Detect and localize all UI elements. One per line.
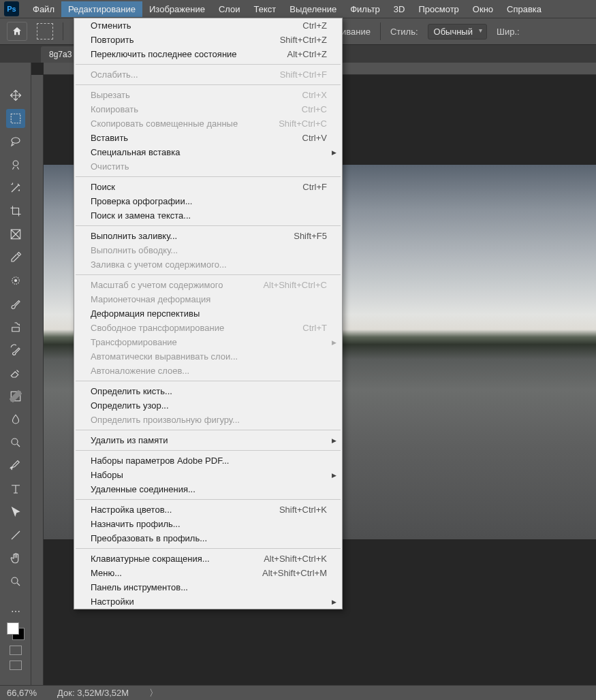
menu-3d[interactable]: 3D (387, 1, 412, 17)
menu-item[interactable]: Настройка цветов...Shift+Ctrl+K (74, 503, 342, 517)
menu-выделение[interactable]: Выделение (283, 1, 343, 17)
menu-справка[interactable]: Справка (500, 1, 548, 17)
menu-item: Скопировать совмещенные данныеShift+Ctrl… (74, 116, 342, 131)
menu-item: ВырезатьCtrl+X (74, 88, 342, 102)
menu-item[interactable]: ВставитьCtrl+V (74, 131, 342, 145)
menu-item: Трансформирование (74, 335, 342, 349)
app-logo: Ps (4, 1, 19, 16)
menu-item[interactable]: ПоискCtrl+F (74, 180, 342, 194)
menu-item: Определить произвольную фигуру... (74, 413, 342, 427)
svg-rect-0 (11, 114, 20, 123)
menu-item[interactable]: Деформация перспективы (74, 306, 342, 321)
tool-lasso[interactable] (6, 132, 25, 151)
tool-blur[interactable] (6, 410, 25, 429)
menu-слои[interactable]: Слои (212, 1, 247, 17)
menu-фильтр[interactable]: Фильтр (343, 1, 387, 17)
tool-magic-wand[interactable] (6, 178, 25, 197)
status-arrow-icon[interactable]: 〉 (149, 687, 158, 699)
style-label: Стиль: (390, 27, 418, 37)
menu-окно[interactable]: Окно (466, 1, 500, 17)
tool-marquee[interactable] (6, 109, 25, 128)
status-bar: 66,67% Док: 3,52M/3,52M 〉 (0, 685, 596, 700)
menu-редактирование[interactable]: Редактирование (61, 1, 142, 17)
quickmask-icon[interactable] (10, 646, 22, 655)
tool-gradient[interactable] (6, 387, 25, 406)
tool-spot-heal[interactable] (6, 271, 25, 290)
menu-item[interactable]: Преобразовать в профиль... (74, 531, 342, 545)
style-select[interactable]: Обычный (428, 24, 487, 39)
ruler-vertical (31, 75, 44, 685)
menu-item: Свободное трансформированиеCtrl+T (74, 321, 342, 335)
width-label: Шир.: (497, 27, 520, 37)
menu-item[interactable]: ОтменитьCtrl+Z (74, 18, 342, 33)
tool-move[interactable] (6, 86, 25, 105)
menu-item[interactable]: Поиск и замена текста... (74, 208, 342, 223)
menu-item: Ослабить...Shift+Ctrl+F (74, 67, 342, 82)
menu-item[interactable]: Переключить последнее состояниеAlt+Ctrl+… (74, 47, 342, 61)
tool-dodge[interactable] (6, 433, 25, 452)
svg-point-6 (12, 439, 18, 445)
tool-line[interactable] (6, 526, 25, 545)
menu-item: Масштаб с учетом содержимогоAlt+Shift+Ct… (74, 278, 342, 292)
tool-eyedropper[interactable] (6, 248, 25, 267)
tool-type[interactable] (6, 479, 25, 498)
menu-item[interactable]: Наборы (74, 468, 342, 482)
tool-frame[interactable] (6, 225, 25, 244)
marquee-shape-icon[interactable] (37, 23, 53, 39)
menu-item[interactable]: ПовторитьShift+Ctrl+Z (74, 33, 342, 47)
menu-item: Очистить (74, 159, 342, 174)
menu-item: Марионеточная деформация (74, 292, 342, 306)
tool-hand[interactable] (6, 549, 25, 568)
tools-panel: ⋯ (0, 63, 31, 685)
menubar: Ps ФайлРедактированиеИзображениеСлоиТекс… (0, 0, 596, 18)
menu-item: Заливка с учетом содержимого... (74, 257, 342, 272)
edit-menu-dropdown: ОтменитьCtrl+ZПовторитьShift+Ctrl+ZПерек… (74, 18, 343, 609)
menu-item[interactable]: Определить кисть... (74, 384, 342, 398)
menu-item[interactable]: Меню...Alt+Shift+Ctrl+M (74, 566, 342, 580)
color-swatches[interactable] (7, 622, 25, 640)
tool-eraser[interactable] (6, 364, 25, 383)
menu-item[interactable]: Выполнить заливку...Shift+F5 (74, 229, 342, 243)
tool-brush[interactable] (6, 294, 25, 313)
menu-item[interactable]: Клавиатурные сокращения...Alt+Shift+Ctrl… (74, 552, 342, 566)
tool-zoom[interactable] (6, 572, 25, 591)
zoom-level[interactable]: 66,67% (7, 688, 37, 698)
tool-pen[interactable] (6, 456, 25, 475)
menu-item: Автоматически выравнивать слои... (74, 349, 342, 364)
menu-просмотр[interactable]: Просмотр (411, 1, 465, 17)
menu-item[interactable]: Панель инструментов... (74, 580, 342, 594)
more-tools-icon[interactable]: ⋯ (11, 606, 20, 617)
doc-size[interactable]: Док: 3,52M/3,52M (57, 688, 129, 698)
menu-item[interactable]: Назначить профиль... (74, 517, 342, 531)
svg-point-7 (12, 577, 18, 584)
svg-point-1 (13, 161, 18, 166)
tool-path-select[interactable] (6, 503, 25, 522)
screenmode-icon[interactable] (10, 661, 22, 670)
menu-item[interactable]: Настройки (74, 594, 342, 609)
menu-item: КопироватьCtrl+C (74, 102, 342, 116)
menu-item: Выполнить обводку... (74, 243, 342, 257)
tool-history-brush[interactable] (6, 340, 25, 360)
menu-изображение[interactable]: Изображение (142, 1, 212, 17)
menu-item[interactable]: Определить узор... (74, 398, 342, 413)
menu-item[interactable]: Удаленные соединения... (74, 482, 342, 496)
tool-quick-select[interactable] (6, 155, 25, 174)
tool-crop[interactable] (6, 202, 25, 221)
feather-label-tail: ивание (341, 27, 371, 37)
menu-item[interactable]: Наборы параметров Adobe PDF... (74, 454, 342, 468)
menu-файл[interactable]: Файл (26, 1, 61, 17)
home-button[interactable] (7, 22, 27, 41)
menu-item: Автоналожение слоев... (74, 364, 342, 378)
tool-clone[interactable] (6, 317, 25, 336)
menu-item[interactable]: Удалить из памяти (74, 433, 342, 447)
menu-item[interactable]: Специальная вставка (74, 145, 342, 159)
menu-текст[interactable]: Текст (247, 1, 283, 17)
menu-item[interactable]: Проверка орфографии... (74, 194, 342, 208)
svg-point-4 (14, 280, 16, 282)
